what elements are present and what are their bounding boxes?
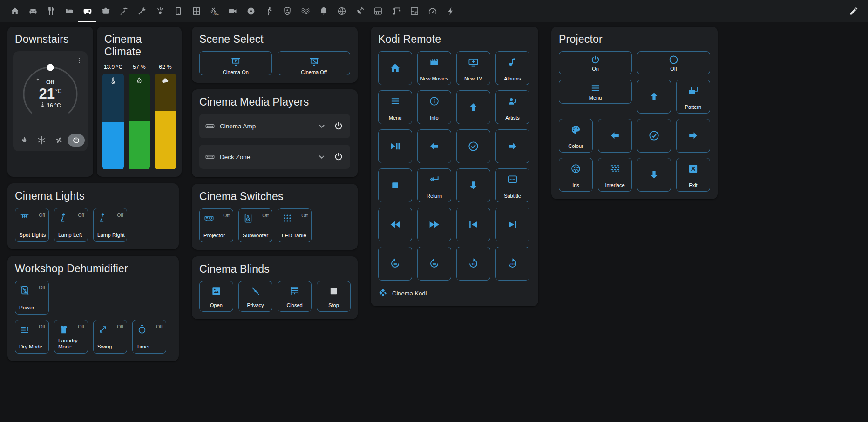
closed-button[interactable]: Closed	[278, 281, 312, 312]
nav-tab-air-conditioning[interactable]: A/C	[205, 0, 224, 22]
next-button[interactable]	[495, 208, 529, 241]
previous-button[interactable]	[456, 208, 490, 241]
rewind-30-button[interactable]: 30	[378, 247, 412, 281]
led-table-button[interactable]: Off LED Table	[278, 208, 312, 242]
spot-lights-button[interactable]: Off Spot Lights	[15, 208, 49, 242]
albums-button[interactable]: Albums	[495, 51, 529, 85]
artists-button[interactable]: Artists	[495, 90, 529, 124]
home-button[interactable]	[378, 51, 412, 85]
open-button[interactable]: Open	[199, 281, 233, 312]
nav-tab-energy[interactable]	[423, 0, 441, 22]
nav-tab-home[interactable]	[6, 0, 24, 22]
nav-tab-power[interactable]	[441, 0, 460, 22]
source-dropdown-button[interactable]	[316, 151, 328, 163]
nav-tab-security[interactable]	[278, 0, 296, 22]
hvac-mode-heat-button[interactable]	[16, 134, 33, 147]
hvac-mode-fan-only-button[interactable]	[50, 134, 68, 147]
fast-forward-button[interactable]	[417, 208, 451, 241]
cinema-on-button[interactable]: Cinema On	[199, 51, 272, 75]
timer-button[interactable]: Off Timer	[132, 320, 166, 354]
power-button[interactable]: Off Power	[15, 281, 49, 315]
lamp-left-button[interactable]: Off Lamp Left	[54, 208, 88, 242]
nav-tab-tools[interactable]	[133, 0, 151, 22]
nav-tab-windows[interactable]	[187, 0, 205, 22]
nav-tab-dining[interactable]	[42, 0, 60, 22]
on-button[interactable]: On	[559, 51, 632, 74]
off-button[interactable]: Off	[637, 51, 710, 74]
thermostat-dial[interactable]: Off 21°C 16 °C	[16, 60, 85, 128]
stop-button[interactable]	[378, 168, 412, 202]
gauge-fill	[155, 111, 176, 169]
swing-button[interactable]: Off Swing	[93, 320, 127, 354]
down-button[interactable]	[637, 158, 671, 192]
rewind-10-button[interactable]: 10	[417, 247, 451, 281]
return-button[interactable]: Return	[417, 168, 451, 202]
media-player-row-cinema-amp[interactable]: Cinema Amp	[199, 114, 350, 138]
nav-tab-irrigation[interactable]	[151, 0, 169, 22]
kodi-entity-row[interactable]: Cinema Kodi	[371, 281, 538, 306]
privacy-button[interactable]: Privacy	[238, 281, 272, 312]
nav-tab-cinema[interactable]	[78, 0, 96, 22]
nav-tab-music-room[interactable]	[369, 0, 387, 22]
hvac-mode-cool-button[interactable]	[33, 134, 50, 147]
nav-tab-tablet[interactable]	[169, 0, 187, 22]
select-button[interactable]	[456, 129, 490, 163]
projector-button[interactable]: Off Projector	[199, 208, 233, 242]
pattern-button[interactable]: Pattern	[676, 80, 710, 114]
gauge-temperature[interactable]: 13.9 °C	[102, 64, 124, 169]
nav-tab-workshop[interactable]	[115, 0, 133, 22]
power-button[interactable]	[332, 151, 345, 163]
nav-tab-bedroom[interactable]	[60, 0, 78, 22]
dry-mode-button[interactable]: Off Dry Mode	[15, 320, 49, 354]
hvac-mode-off-button[interactable]	[68, 134, 85, 147]
down-button[interactable]	[456, 168, 490, 202]
up-button[interactable]	[637, 80, 671, 114]
cinema-off-button[interactable]: Cinema Off	[278, 51, 350, 75]
info-button[interactable]: Info	[417, 90, 451, 124]
nav-tab-network[interactable]	[332, 0, 351, 22]
rewind-button[interactable]	[378, 208, 412, 241]
stop-button[interactable]: Stop	[317, 281, 351, 312]
power-button[interactable]	[332, 120, 345, 132]
lamp-right-button[interactable]: Off Lamp Right	[93, 208, 127, 242]
iris-button[interactable]: Iris	[559, 158, 593, 192]
interlace-button[interactable]: Interlace	[598, 158, 632, 192]
right-button[interactable]	[495, 129, 529, 163]
media-player-row-deck-zone[interactable]: Deck Zone	[199, 145, 350, 169]
gauge-humidity[interactable]: 57 %	[129, 64, 150, 169]
subtitle-button[interactable]: Subtitle	[495, 168, 529, 202]
nav-tab-floorplan[interactable]	[405, 0, 423, 22]
colour-button[interactable]: Colour	[559, 119, 593, 153]
new-tv-button[interactable]: New TV	[456, 51, 490, 85]
edit-dashboard-button[interactable]	[845, 2, 862, 20]
forward-10-button[interactable]: 10	[456, 247, 490, 281]
menu-button[interactable]: Menu	[559, 80, 632, 104]
nav-tab-media[interactable]	[242, 0, 260, 22]
left-button[interactable]	[598, 119, 632, 153]
nav-tab-alarms[interactable]	[314, 0, 332, 22]
nav-tab-presence[interactable]	[260, 0, 278, 22]
right-button[interactable]	[676, 119, 710, 153]
exit-button[interactable]: Exit	[676, 158, 710, 192]
nav-tab-construction[interactable]	[387, 0, 405, 22]
left-button[interactable]	[417, 129, 451, 163]
gauge-outdoor-humidity[interactable]: 62 %	[155, 64, 176, 169]
led-grid-icon	[282, 213, 292, 223]
desk-lamp-icon	[59, 213, 69, 223]
forward-30-button[interactable]: 30	[495, 247, 529, 281]
ok-button[interactable]	[637, 119, 671, 153]
nav-tab-cameras[interactable]	[224, 0, 242, 22]
laundry-mode-button[interactable]: Off Laundry Mode	[54, 320, 88, 354]
menu-button[interactable]: Menu	[378, 90, 412, 124]
source-dropdown-button[interactable]	[316, 120, 328, 132]
nav-tab-water[interactable]	[296, 0, 314, 22]
up-button[interactable]	[456, 90, 490, 124]
climate-gauges: 13.9 °C 57 % 62 %	[97, 64, 182, 177]
hvac-icon: A/C	[210, 7, 219, 16]
nav-tab-satellite[interactable]	[351, 0, 369, 22]
nav-tab-kitchen[interactable]	[96, 0, 115, 22]
play-pause-button[interactable]	[378, 129, 412, 163]
nav-tab-living-room[interactable]	[24, 0, 42, 22]
subwoofer-button[interactable]: Off Subwoofer	[238, 208, 272, 242]
new-movies-button[interactable]: New Movies	[417, 51, 451, 85]
